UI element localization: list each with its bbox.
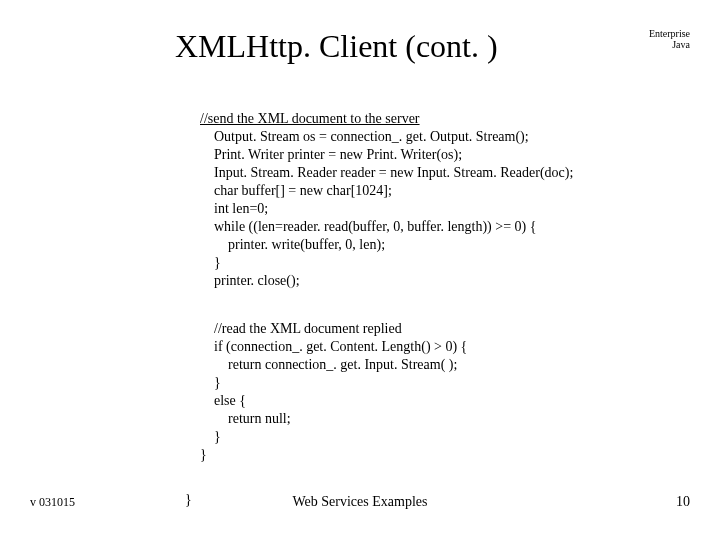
code-line: printer. write(buffer, 0, len);	[200, 237, 385, 252]
code-line: else {	[200, 393, 246, 408]
slide: Enterprise Java XMLHttp. Client (cont. )…	[0, 0, 720, 540]
footer-title: Web Services Examples	[0, 494, 720, 510]
code-line: if (connection_. get. Content. Length() …	[200, 339, 467, 354]
header-line2: Java	[672, 39, 690, 50]
code-line: return connection_. get. Input. Stream( …	[200, 357, 457, 372]
code-block-send: //send the XML document to the server Ou…	[200, 110, 573, 290]
code-line: }	[200, 255, 221, 270]
code-line: while ((len=reader. read(buffer, 0, buff…	[200, 219, 536, 234]
code-block-read: //read the XML document replied if (conn…	[200, 320, 467, 464]
code-line: Print. Writer printer = new Print. Write…	[200, 147, 462, 162]
code-line: char buffer[] = new char[1024];	[200, 183, 392, 198]
page-title: XMLHttp. Client (cont. )	[175, 28, 498, 65]
footer-page-number: 10	[676, 494, 690, 510]
code-line: //read the XML document replied	[200, 321, 402, 336]
code-line: printer. close();	[200, 273, 300, 288]
header-line1: Enterprise	[649, 28, 690, 39]
code-line: Input. Stream. Reader reader = new Input…	[200, 165, 573, 180]
code-line: return null;	[200, 411, 291, 426]
code-line: int len=0;	[200, 201, 268, 216]
code-line: }	[200, 375, 221, 390]
code-line: Output. Stream os = connection_. get. Ou…	[200, 129, 529, 144]
header-label: Enterprise Java	[649, 28, 690, 50]
code-line: }	[200, 447, 207, 462]
code-line: }	[200, 429, 221, 444]
code-line: //send the XML document to the server	[200, 111, 420, 126]
